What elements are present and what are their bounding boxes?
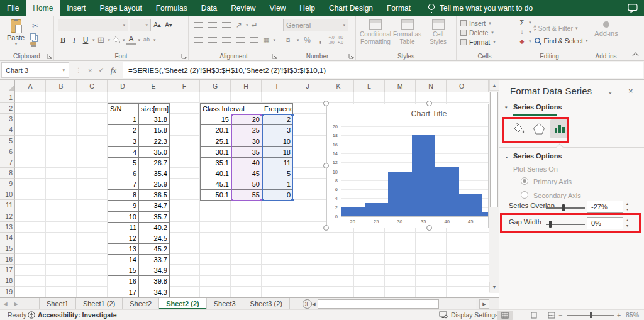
column-header-h[interactable]: H bbox=[231, 80, 262, 92]
align-right-button[interactable] bbox=[222, 37, 231, 43]
primary-axis-label[interactable]: Primary Axis bbox=[533, 178, 572, 185]
hscroll-left-icon[interactable]: ◀ bbox=[309, 299, 318, 309]
ribbon-tab-chart-design[interactable]: Chart Design bbox=[322, 0, 380, 16]
chart-bar[interactable] bbox=[412, 135, 436, 216]
ribbon-tab-home[interactable]: Home bbox=[26, 0, 60, 16]
comma-style-button[interactable]: , bbox=[316, 35, 326, 46]
cell-interval-high[interactable]: 50 bbox=[231, 179, 262, 190]
chart-bar[interactable] bbox=[435, 167, 459, 216]
view-page-layout-button[interactable] bbox=[526, 311, 542, 320]
column-header-o[interactable]: O bbox=[447, 80, 477, 92]
chart-bar[interactable] bbox=[388, 172, 412, 217]
tab-scrollbar-grip-icon[interactable]: ⋮ bbox=[303, 299, 309, 306]
row-header-6[interactable]: 6 bbox=[0, 146, 15, 157]
horizontal-scrollbar[interactable] bbox=[318, 299, 476, 309]
scroll-down-icon[interactable]: ▼ bbox=[489, 282, 499, 292]
wrap-text-button[interactable]: ↵ bbox=[250, 19, 260, 31]
panel-tab-dropdown-icon[interactable]: ▾ bbox=[505, 105, 508, 110]
chart-bar[interactable] bbox=[341, 207, 365, 216]
accessibility-status[interactable]: Accessibility: Investigate bbox=[38, 310, 116, 320]
clipboard-dialog-launcher[interactable] bbox=[47, 53, 52, 59]
row-header-2[interactable]: 2 bbox=[0, 103, 15, 114]
cell-size[interactable]: 26.7 bbox=[139, 158, 170, 168]
cell-frequency[interactable]: 5 bbox=[262, 168, 293, 179]
cell-frequency[interactable]: 2 bbox=[262, 114, 293, 125]
chart-bar[interactable] bbox=[459, 194, 483, 216]
gap-width-spin-up-icon[interactable]: ▴ bbox=[626, 218, 628, 222]
row-header-1[interactable]: 1 bbox=[0, 92, 15, 103]
cell-interval-high[interactable]: 20 bbox=[231, 114, 262, 125]
cell-interval-low[interactable]: 50.1 bbox=[201, 190, 231, 201]
column-header-i[interactable]: I bbox=[262, 80, 292, 92]
cell-interval-low[interactable]: 25.1 bbox=[201, 136, 231, 147]
row-header-8[interactable]: 8 bbox=[0, 168, 15, 179]
ribbon-tab-formulas[interactable]: Formulas bbox=[149, 0, 194, 16]
row-header-19[interactable]: 19 bbox=[0, 287, 15, 297]
row-header-4[interactable]: 4 bbox=[0, 124, 15, 135]
series-overlap-input[interactable]: -27% bbox=[587, 201, 623, 213]
row-header-7[interactable]: 7 bbox=[0, 157, 15, 168]
row-header-13[interactable]: 13 bbox=[0, 222, 15, 233]
cell-frequency[interactable]: 0 bbox=[262, 190, 293, 201]
accounting-dropdown-icon[interactable]: ▾ bbox=[297, 38, 299, 43]
orientation-button[interactable]: ↗ bbox=[234, 19, 244, 31]
frequency-header-cell[interactable]: Frequency bbox=[262, 104, 293, 114]
row-header-10[interactable]: 10 bbox=[0, 189, 15, 200]
zoom-out-icon[interactable]: − bbox=[558, 310, 562, 320]
ribbon-tab-view[interactable]: View bbox=[263, 0, 293, 16]
paste-dropdown-icon[interactable]: ▾ bbox=[15, 41, 18, 47]
format-as-table-button[interactable]: Format as Table bbox=[392, 18, 422, 51]
merge-center-button[interactable]: ▦ bbox=[261, 35, 271, 46]
vertical-scroll-thumb[interactable] bbox=[490, 92, 498, 207]
cell-frequency[interactable]: 3 bbox=[262, 125, 293, 136]
align-middle-button[interactable] bbox=[208, 22, 217, 28]
borders-button[interactable]: ⊞ bbox=[96, 35, 106, 46]
scroll-up-icon[interactable]: ▲ bbox=[489, 80, 499, 91]
column-header-g[interactable]: G bbox=[200, 80, 231, 92]
orientation-dropdown-icon[interactable]: ▾ bbox=[246, 23, 248, 28]
cell-size[interactable]: 40.2 bbox=[139, 223, 170, 233]
cell-interval-high[interactable]: 55 bbox=[231, 190, 262, 201]
cell-size[interactable]: 36.5 bbox=[139, 190, 170, 201]
name-box[interactable]: Chart 3 ▾ bbox=[1, 62, 69, 78]
cell-sn[interactable]: 16 bbox=[108, 276, 139, 287]
number-dialog-launcher[interactable] bbox=[348, 53, 354, 59]
cell-interval-low[interactable]: 30.1 bbox=[201, 147, 231, 158]
series-overlap-slider-thumb[interactable] bbox=[562, 204, 565, 211]
increase-decimal-button[interactable]: +.0 .00 bbox=[329, 35, 335, 44]
cell-size[interactable]: 39.8 bbox=[139, 276, 170, 287]
addins-button[interactable]: Add-ins bbox=[590, 18, 623, 37]
row-header-15[interactable]: 15 bbox=[0, 243, 15, 254]
cell-interval-high[interactable]: 30 bbox=[231, 136, 262, 147]
column-header-b[interactable]: B bbox=[46, 80, 77, 92]
cell-size[interactable]: 34.9 bbox=[139, 265, 170, 276]
cell-interval-low[interactable]: 45.1 bbox=[201, 179, 231, 190]
conditional-formatting-button[interactable]: Conditional Formatting bbox=[360, 18, 391, 51]
font-name-combo[interactable]: ▾ bbox=[58, 19, 128, 31]
find-select-button[interactable]: Find & Select ▾ bbox=[534, 36, 588, 47]
cell-sn[interactable]: 8 bbox=[108, 190, 139, 201]
cell-sn[interactable]: 3 bbox=[108, 136, 139, 147]
sheet-nav-left-icon[interactable]: ◀ bbox=[0, 298, 11, 309]
enter-formula-icon[interactable]: ✓ bbox=[98, 66, 104, 74]
select-all-corner[interactable] bbox=[0, 80, 15, 92]
insert-function-icon[interactable]: fx bbox=[111, 65, 116, 75]
chart-handle-left-middle[interactable] bbox=[323, 163, 329, 168]
row-header-14[interactable]: 14 bbox=[0, 233, 15, 243]
cancel-formula-icon[interactable]: × bbox=[88, 67, 92, 74]
delete-cells-button[interactable]: Delete ▾ bbox=[460, 28, 509, 37]
secondary-axis-label[interactable]: Secondary Axis bbox=[533, 192, 581, 199]
fill-color-dropdown-icon[interactable]: ▾ bbox=[123, 38, 125, 43]
cell-size[interactable]: 45.2 bbox=[139, 244, 170, 255]
column-header-k[interactable]: K bbox=[323, 80, 354, 92]
embedded-chart[interactable]: Chart Title 02468101214161820 2025303540… bbox=[326, 104, 489, 228]
effects-tab-icon[interactable] bbox=[530, 119, 548, 138]
column-header-m[interactable]: M bbox=[385, 80, 416, 92]
display-settings-button[interactable]: Display Settings bbox=[439, 310, 498, 320]
number-format-combo[interactable]: General▾ bbox=[283, 19, 348, 31]
ribbon-tab-insert[interactable]: Insert bbox=[60, 0, 92, 16]
cell-size[interactable]: 22.3 bbox=[139, 136, 170, 147]
phonetic-guide-button[interactable]: ab bbox=[142, 35, 152, 46]
cell-size[interactable]: 35.0 bbox=[139, 147, 170, 158]
row-header-12[interactable]: 12 bbox=[0, 211, 15, 222]
